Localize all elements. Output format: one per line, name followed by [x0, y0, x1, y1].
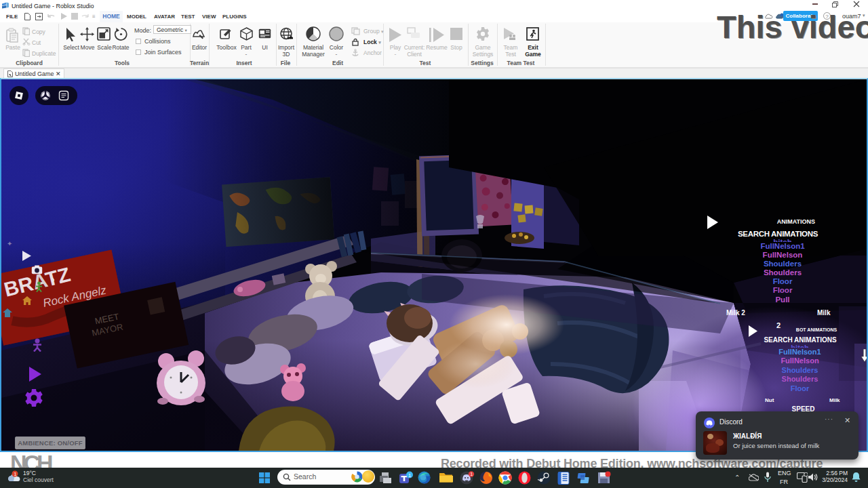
svg-text:1: 1 [14, 472, 16, 476]
svg-text:1: 1 [471, 472, 473, 476]
svg-text:1: 1 [408, 472, 411, 479]
